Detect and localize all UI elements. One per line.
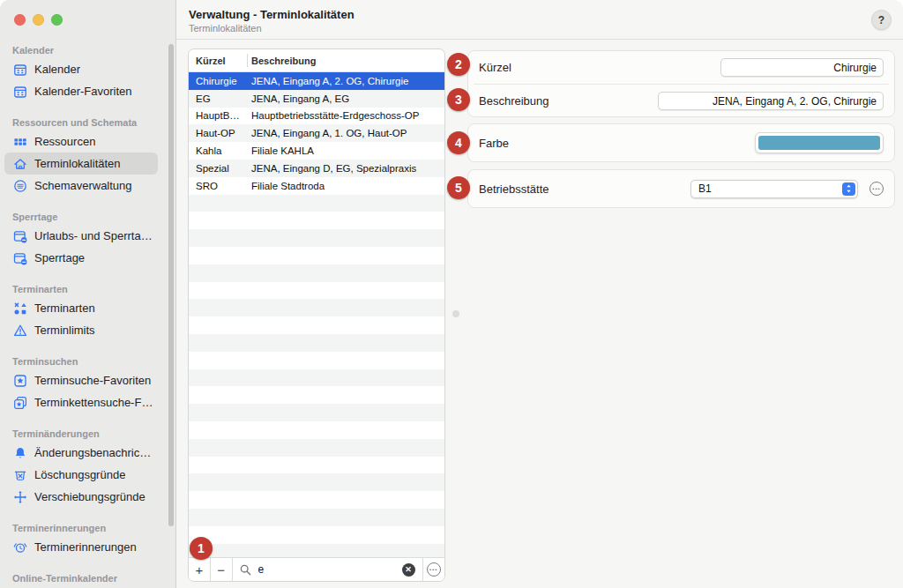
table-empty-row (189, 195, 444, 212)
table-empty-row (189, 457, 444, 474)
cell-kuerzel: Spezial (189, 163, 245, 174)
minimize-window-button[interactable] (33, 14, 44, 26)
sidebar-item-verschiebungsgr-nde[interactable]: Verschiebungsgründe (4, 486, 158, 508)
table-more-button[interactable]: ••• (422, 558, 444, 581)
color-well[interactable] (755, 132, 884, 153)
sidebar-item-label: Ressourcen (34, 135, 95, 148)
kuerzel-field[interactable] (720, 58, 884, 77)
betriebsstaette-select[interactable]: B1 (690, 180, 858, 198)
app-window: KalenderKalenderKalender-FavoritenRessou… (0, 0, 903, 588)
table-empty-row (189, 316, 444, 334)
table-row[interactable]: SpezialJENA, Eingang D, EG, Spezialpraxi… (189, 160, 444, 177)
sidebar-section-header: Terminerinnerungen (0, 520, 175, 536)
sidebar-item-terminerinnerungen[interactable]: Terminerinnerungen (4, 536, 158, 558)
annotation-badge-4: 4 (447, 131, 470, 154)
sidebar-section-termin-nderungen: TerminänderungenÄnderungsbenachric…Lösch… (0, 426, 175, 508)
table-row[interactable]: KahlaFiliale KAHLA (189, 142, 444, 160)
cell-beschreibung: JENA, Eingang D, EG, Spezialpraxis (245, 163, 444, 174)
column-header-kuerzel[interactable]: Kürzel (189, 56, 245, 66)
sidebar-item-label: Terminsuche-Favoriten (34, 374, 151, 387)
betriebsstaette-row: Betriebsstätte B1 ••• (468, 170, 894, 207)
help-button[interactable]: ? (871, 10, 892, 30)
sidebar-item-label: Sperrtage (34, 251, 85, 264)
table-row[interactable]: EGJENA, Eingang A, EG (189, 90, 444, 108)
table-empty-row (189, 334, 444, 352)
sidebar-section-online-terminkalender: Online-Terminkalender (0, 570, 175, 588)
sidebar-section-header: Sperrtage (0, 209, 175, 225)
table-empty-row (189, 526, 444, 544)
sidebar-item-terminarten[interactable]: Terminarten (4, 297, 158, 319)
table-empty-row (189, 421, 444, 439)
search-input[interactable] (257, 562, 397, 577)
ellipsis-circle-icon: ••• (427, 562, 441, 577)
betriebsstaette-controls: B1 ••• (690, 180, 884, 198)
sidebar-item-terminlokalit-ten[interactable]: Terminlokalitäten (4, 153, 158, 175)
beschreibung-field[interactable] (658, 92, 884, 110)
table-row[interactable]: HauptB…Hauptbetriebsstätte-Erdgeschoss-O… (189, 108, 444, 125)
table-empty-row (189, 212, 444, 229)
sidebar-item-sperrtage[interactable]: Sperrtage (4, 247, 158, 269)
remove-button[interactable]: − (211, 558, 233, 581)
cell-kuerzel: Chirurgie (189, 76, 245, 86)
zoom-window-button[interactable] (51, 14, 63, 26)
table-empty-row (189, 369, 444, 387)
sidebar-scrollbar[interactable] (168, 44, 174, 526)
sidebar-item-label: Urlaubs- und Sperrta… (34, 229, 153, 242)
cell-kuerzel: HauptB… (189, 110, 245, 121)
sidebar-item-label: Terminkettensuche-F… (34, 396, 153, 409)
table-row[interactable]: SROFiliale Stadtroda (189, 177, 444, 195)
column-header-beschreibung[interactable]: Beschreibung (245, 56, 316, 66)
farbe-swatch (758, 136, 880, 150)
sidebar-item-urlaubs-und-sperrta[interactable]: Urlaubs- und Sperrta… (4, 225, 158, 247)
betriebsstaette-more-button[interactable]: ••• (869, 182, 884, 196)
warning-icon (12, 323, 27, 338)
beschreibung-label: Beschreibung (479, 94, 549, 108)
table-empty-row (189, 544, 444, 557)
calendar-icon (12, 62, 27, 77)
sidebar-item-kalender[interactable]: Kalender (4, 58, 158, 80)
sidebar-item-terminkettensuche-f[interactable]: Terminkettensuche-F… (4, 391, 158, 413)
move-icon (12, 489, 27, 504)
search-icon (240, 564, 251, 576)
table-empty-row (189, 229, 444, 247)
table-body: ChirurgieJENA, Eingang A, 2. OG, Chirurg… (189, 72, 444, 557)
sidebar-item-terminsuche-favoriten[interactable]: Terminsuche-Favoriten (4, 369, 158, 391)
sidebar-item-label: Terminlimits (34, 324, 95, 337)
star-squares-icon (12, 395, 27, 410)
table-empty-row (189, 386, 444, 404)
sidebar-item-label: Kalender-Favoriten (34, 85, 132, 98)
sidebar-item-label: Verschiebungsgründe (34, 490, 146, 503)
sidebar-item-schemaverwaltung[interactable]: Schemaverwaltung (4, 175, 158, 197)
table-row[interactable]: ChirurgieJENA, Eingang A, 2. OG, Chirurg… (189, 72, 444, 90)
sidebar-item-kalender-favoriten[interactable]: Kalender-Favoriten (4, 80, 158, 102)
column-divider[interactable] (247, 54, 248, 67)
sidebar-item-label: Änderungsbenachric… (34, 446, 151, 459)
farbe-row: Farbe (468, 124, 894, 161)
table-row[interactable]: Haut-OPJENA, Eingang A, 1. OG, Haut-OP (189, 124, 444, 142)
close-window-button[interactable] (14, 14, 26, 26)
locations-table: Kürzel Beschreibung ChirurgieJENA, Einga… (188, 48, 445, 582)
table-empty-row (189, 404, 444, 421)
betriebsstaette-label: Betriebsstätte (479, 182, 549, 196)
cell-beschreibung: JENA, Eingang A, EG (245, 93, 444, 104)
pane-splitter-handle[interactable] (452, 310, 459, 317)
house-icon (12, 156, 27, 171)
sidebar-item-ressourcen[interactable]: Ressourcen (4, 130, 158, 153)
stepper-icon (842, 182, 855, 196)
cell-beschreibung: JENA, Eingang A, 1. OG, Haut-OP (245, 128, 444, 138)
kuerzel-label: Kürzel (479, 61, 511, 74)
sidebar-section-header: Kalender (0, 42, 175, 58)
alarm-icon (12, 540, 27, 555)
shapes-icon (12, 301, 27, 316)
betriebsstaette-value: B1 (698, 182, 712, 195)
add-button[interactable]: + (189, 558, 211, 581)
trash-x-icon (12, 467, 27, 482)
beschreibung-row: Beschreibung (468, 85, 894, 117)
calendar-icon (12, 84, 27, 99)
sidebar-item-l-schungsgr-nde[interactable]: Löschungsgründe (4, 464, 158, 486)
clear-search-icon[interactable]: ✕ (402, 563, 415, 577)
sidebar-item-nderungsbenachric[interactable]: Änderungsbenachric… (4, 442, 158, 464)
cell-kuerzel: EG (189, 93, 245, 104)
sidebar-section-sperrtage: SperrtageUrlaubs- und Sperrta…Sperrtage (0, 209, 175, 269)
sidebar-item-terminlimits[interactable]: Terminlimits (4, 319, 158, 341)
